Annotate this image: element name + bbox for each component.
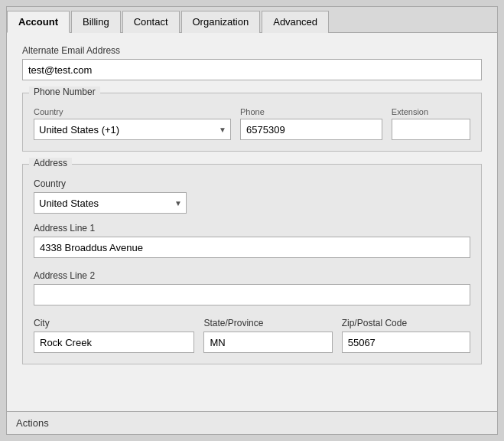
address-line1-field: Address Line 1 <box>34 223 470 258</box>
phone-number-input[interactable] <box>240 119 382 140</box>
tab-billing-label: Billing <box>83 16 109 28</box>
phone-country-label: Country <box>34 107 231 116</box>
zip-input[interactable] <box>342 332 470 353</box>
content-area: Alternate Email Address Phone Number Cou… <box>7 33 497 411</box>
tab-advanced-label: Advanced <box>273 16 317 28</box>
outer-container: Account Billing Contact Organization Adv… <box>0 0 504 441</box>
tab-account-label: Account <box>18 16 58 28</box>
address-country-select[interactable]: United States Canada United Kingdom Aust… <box>34 192 187 214</box>
address-country-label: Country <box>34 178 470 189</box>
phone-country-select[interactable]: United States (+1) Canada (+1) United Ki… <box>34 119 231 140</box>
tab-contact[interactable]: Contact <box>122 11 180 33</box>
phone-extension-input[interactable] <box>392 119 470 140</box>
tab-billing[interactable]: Billing <box>71 11 121 33</box>
city-field: City <box>34 318 194 353</box>
address-line2-input[interactable] <box>34 284 470 305</box>
address-line1-input[interactable] <box>34 237 470 258</box>
address-legend: Address <box>29 158 72 168</box>
address-section: Address Country United States Canada Uni… <box>22 164 482 364</box>
state-label: State/Province <box>203 318 332 328</box>
address-line2-label: Address Line 2 <box>34 270 470 281</box>
tab-contact-label: Contact <box>134 16 168 28</box>
phone-row: Country United States (+1) Canada (+1) U… <box>34 107 470 140</box>
actions-bar: Actions <box>7 411 497 434</box>
zip-label: Zip/Postal Code <box>342 318 470 328</box>
address-country-field: Country United States Canada United King… <box>34 178 470 214</box>
city-state-zip-row: City State/Province Zip/Postal Code <box>34 318 470 353</box>
alternate-email-label: Alternate Email Address <box>22 45 482 56</box>
state-input[interactable] <box>203 332 332 353</box>
phone-number-label: Phone <box>240 107 382 116</box>
address-line2-field: Address Line 2 <box>34 270 470 305</box>
actions-label: Actions <box>16 417 49 429</box>
phone-country-select-wrapper: United States (+1) Canada (+1) United Ki… <box>34 119 231 140</box>
tabs-bar: Account Billing Contact Organization Adv… <box>7 7 497 33</box>
phone-country-field: Country United States (+1) Canada (+1) U… <box>34 107 231 140</box>
tab-organization-label: Organization <box>193 16 249 28</box>
city-input[interactable] <box>34 332 194 353</box>
alternate-email-input[interactable] <box>22 59 482 80</box>
phone-extension-label: Extension <box>392 107 470 116</box>
zip-field: Zip/Postal Code <box>342 318 470 353</box>
tab-account[interactable]: Account <box>7 11 70 33</box>
tab-advanced[interactable]: Advanced <box>262 11 329 33</box>
main-panel: Account Billing Contact Organization Adv… <box>6 6 498 435</box>
address-line1-label: Address Line 1 <box>34 223 470 234</box>
city-label: City <box>34 318 194 328</box>
tab-organization[interactable]: Organization <box>181 11 261 33</box>
phone-number-field: Phone <box>240 107 382 140</box>
phone-number-legend: Phone Number <box>29 87 100 97</box>
phone-extension-field: Extension <box>392 107 470 140</box>
alternate-email-section: Alternate Email Address <box>22 45 482 80</box>
phone-number-section: Phone Number Country United States (+1) … <box>22 93 482 152</box>
state-field: State/Province <box>203 318 332 353</box>
address-country-select-wrapper: United States Canada United Kingdom Aust… <box>34 192 187 214</box>
